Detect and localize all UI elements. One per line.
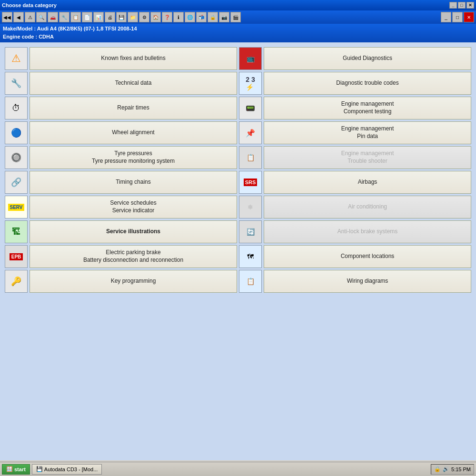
item-row-engine-pin: 📌 Engine managementPin data — [239, 121, 471, 144]
minimize-button[interactable]: _ — [449, 2, 457, 9]
wheel-icon: 🔵 — [11, 128, 21, 138]
item-row-guided-diagnostics: 📺 Guided Diagnostics — [239, 47, 471, 70]
toolbar-tool4-button[interactable]: 📊 — [93, 12, 104, 22]
window-close-small[interactable]: ✕ — [464, 12, 474, 22]
window-restore-small[interactable]: □ — [452, 12, 463, 22]
system-tray: 🔒 🔊 5:15 PM — [431, 464, 474, 475]
tools-icon: 🔧 — [11, 78, 21, 89]
diagnostic-trouble-codes-button[interactable]: Diagnostic trouble codes — [264, 72, 471, 95]
window-minimize-small[interactable]: _ — [441, 12, 451, 22]
engine-component-testing-button[interactable]: Engine managementComponent testing — [264, 97, 471, 119]
item-row-known-fixes: ⚠ Known fixes and bulletins — [5, 47, 237, 70]
toolbar-tool14-button[interactable]: 🔒 — [208, 12, 218, 22]
nav-back-button[interactable]: ◀ — [13, 12, 24, 22]
enginecode-label: Engine code : CDHA — [3, 33, 473, 41]
toolbar: ◀◀ ◀ ⚠ 🔍 🚗 🔧 📋 📄 📊 🖨 💾 📁 ⚙ 🏠 ❓ ℹ 🌐 📬 🔒 📷… — [0, 10, 476, 24]
item-row-service-schedules: SERV Service schedulesService indicator — [5, 196, 237, 218]
item-row-wheel-alignment: 🔵 Wheel alignment — [5, 121, 237, 144]
item-row-timing-chains: 🔗 Timing chains — [5, 171, 237, 194]
electric-parking-button[interactable]: Electric parking brakeBattery disconnect… — [30, 245, 237, 268]
tyre-pressures-button[interactable]: Tyre pressuresTyre pressure monitoring s… — [30, 146, 237, 169]
chain-icon: 🔗 — [11, 177, 21, 188]
toolbar-tool9-button[interactable]: 🏠 — [150, 12, 161, 22]
pin-icon: 📌 — [246, 129, 255, 138]
toolbar-tool7-button[interactable]: 📁 — [128, 12, 138, 22]
nav-first-button[interactable]: ◀◀ — [2, 12, 12, 22]
technical-data-icon: 🔧 — [5, 72, 28, 95]
known-fixes-icon: ⚠ — [5, 47, 28, 70]
serv-icon: SERV — [8, 204, 24, 211]
ac-symbol: ❄ — [248, 203, 253, 211]
titlebar-buttons[interactable]: _ □ ✕ — [449, 2, 474, 9]
component-locations-icon: 🗺 — [239, 245, 262, 268]
key-programming-icon: 🔑 — [5, 270, 28, 293]
taskbar-window-button[interactable]: 💾 Autodata CD3 - [Mod... — [32, 464, 102, 475]
item-row-anti-lock: 🔄 Anti-lock brake systems — [239, 220, 471, 243]
item-row-engine-trouble: 📋 Engine managementTrouble shooter — [239, 146, 471, 169]
tray-time: 5:15 PM — [451, 466, 471, 472]
anti-lock-icon: 🔄 — [239, 220, 262, 243]
wheel-alignment-icon: 🔵 — [5, 121, 28, 144]
wiring-diagrams-button[interactable]: Wiring diagrams — [264, 270, 471, 293]
toolbar-warn-button[interactable]: ⚠ — [25, 12, 35, 22]
toolbar-tool2-button[interactable]: 📋 — [70, 12, 81, 22]
toolbar-tool16-button[interactable]: 🎬 — [230, 12, 241, 22]
item-row-repair-times: ⏱ Repair times — [5, 97, 237, 119]
toolbar-tool3-button[interactable]: 📄 — [82, 12, 92, 22]
toolbar-tool12-button[interactable]: 🌐 — [185, 12, 195, 22]
toolbar-tool1-button[interactable]: 🔧 — [59, 12, 69, 22]
taskbar-window-label: Autodata CD3 - [Mod... — [44, 466, 98, 472]
guided-icon-symbol: 📺 — [247, 55, 255, 62]
electric-parking-icon: EPB — [5, 245, 28, 268]
window-title: Choose data category — [2, 2, 449, 8]
timing-chains-icon: 🔗 — [5, 171, 28, 194]
trouble-symbol: 📋 — [247, 154, 255, 161]
toolbar-car-button[interactable]: 🚗 — [48, 12, 58, 22]
infobar: Make/Model : Audi A4 (8K2/8K5) (07-) 1,8… — [0, 24, 476, 42]
service-illustrations-button[interactable]: Service illustrations — [30, 220, 237, 243]
item-row-technical-data: 🔧 Technical data — [5, 72, 237, 95]
tray-icon2: 🔊 — [443, 466, 449, 472]
close-button[interactable]: ✕ — [466, 2, 474, 9]
diagnostic-codes-icon: 2 3⚡ — [239, 72, 262, 95]
item-row-diagnostic-codes: 2 3⚡ Diagnostic trouble codes — [239, 72, 471, 95]
wheel-alignment-button[interactable]: Wheel alignment — [30, 121, 237, 144]
engine-pin-icon: 📌 — [239, 121, 262, 144]
abs-symbol: 🔄 — [247, 228, 255, 236]
air-conditioning-button[interactable]: Air conditioning — [264, 196, 471, 218]
wiring-diagrams-icon: 📋 — [239, 270, 262, 293]
toolbar-search-button[interactable]: 🔍 — [36, 12, 47, 22]
engine-pin-data-button[interactable]: Engine managementPin data — [264, 121, 471, 144]
item-row-wiring-diagrams: 📋 Wiring diagrams — [239, 270, 471, 293]
toolbar-tool11-button[interactable]: ℹ — [173, 12, 184, 22]
start-button[interactable]: 🪟 start — [2, 464, 30, 475]
known-fixes-button[interactable]: Known fixes and bulletins — [30, 47, 237, 70]
timing-chains-button[interactable]: Timing chains — [30, 171, 237, 194]
key-programming-button[interactable]: Key programming — [30, 270, 237, 293]
guided-diagnostics-button[interactable]: Guided Diagnostics — [264, 47, 471, 70]
engine-trouble-shooter-button[interactable]: Engine managementTrouble shooter — [264, 146, 471, 169]
tyre-icon: 🔘 — [5, 146, 28, 169]
service-schedules-icon: SERV — [5, 196, 28, 218]
toolbar-tool15-button[interactable]: 📷 — [219, 12, 229, 22]
dtc-icon-symbol: 2 3⚡ — [246, 76, 255, 91]
component-locations-button[interactable]: Component locations — [264, 245, 471, 268]
lift-icon: 🏗 — [12, 227, 20, 237]
tyre-symbol: 🔘 — [11, 152, 21, 163]
airbags-button[interactable]: Airbags — [264, 171, 471, 194]
service-schedules-button[interactable]: Service schedulesService indicator — [30, 196, 237, 218]
comp-icon: 🗺 — [247, 253, 254, 260]
maximize-button[interactable]: □ — [458, 2, 466, 9]
anti-lock-brake-button[interactable]: Anti-lock brake systems — [264, 220, 471, 243]
technical-data-button[interactable]: Technical data — [30, 72, 237, 95]
item-row-air-conditioning: ❄ Air conditioning — [239, 196, 471, 218]
toolbar-tool5-button[interactable]: 🖨 — [105, 12, 115, 22]
toolbar-tool8-button[interactable]: ⚙ — [139, 12, 149, 22]
clock-icon: ⏱ — [12, 103, 20, 113]
item-row-key-programming: 🔑 Key programming — [5, 270, 237, 293]
airbags-icon: SRS — [239, 171, 262, 194]
toolbar-tool10-button[interactable]: ❓ — [162, 12, 172, 22]
toolbar-tool13-button[interactable]: 📬 — [196, 12, 207, 22]
repair-times-button[interactable]: Repair times — [30, 97, 237, 119]
toolbar-tool6-button[interactable]: 💾 — [116, 12, 127, 22]
